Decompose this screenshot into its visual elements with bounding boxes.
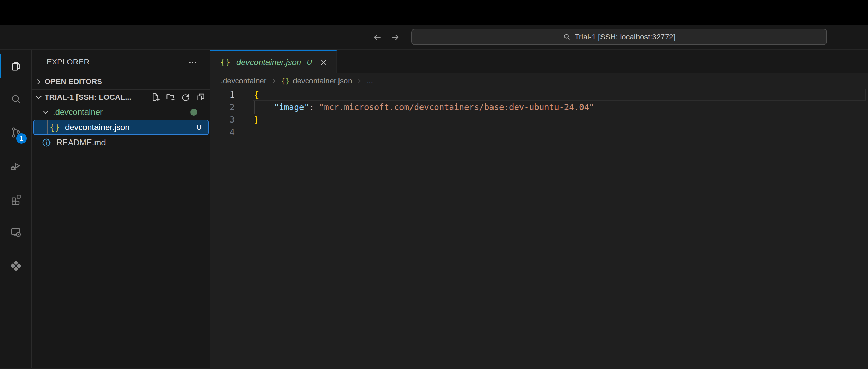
activity-explorer[interactable] xyxy=(0,50,31,83)
tree-item-readme[interactable]: README.md xyxy=(32,135,210,150)
file-label: devcontainer.json xyxy=(65,123,130,132)
code-line-2: 2 "image": "mcr.microsoft.com/devcontain… xyxy=(210,101,868,114)
code-token: : xyxy=(309,102,319,112)
debug-icon xyxy=(10,160,22,172)
line-number: 3 xyxy=(210,114,235,126)
source-control-badge: 1 xyxy=(16,133,27,144)
chevron-right-icon xyxy=(355,77,363,85)
activity-run-debug[interactable] xyxy=(0,149,31,182)
sidebar-title: EXPLORER xyxy=(47,57,90,66)
activity-source-control[interactable]: 1 xyxy=(0,116,31,149)
readme-info-icon xyxy=(41,137,52,148)
dev-containers-icon xyxy=(9,259,22,272)
code-editor[interactable]: 1 { 2 "image": "mcr.microsoft.com/devcon… xyxy=(210,89,868,368)
code-line-1: 1 { xyxy=(210,89,868,101)
code-token: { xyxy=(254,90,259,100)
collapse-all-button[interactable] xyxy=(195,92,206,102)
close-icon[interactable] xyxy=(318,57,329,68)
tab-devcontainer-json[interactable]: {} devcontainer.json U xyxy=(210,50,337,73)
code-token xyxy=(254,102,274,112)
extensions-icon xyxy=(10,193,22,205)
new-folder-button[interactable] xyxy=(165,92,176,102)
json-file-icon: {} xyxy=(281,77,290,85)
breadcrumb-symbol[interactable]: ... xyxy=(367,76,373,86)
tab-git-badge: U xyxy=(307,58,312,67)
navigate-back-button[interactable] xyxy=(371,31,383,44)
breadcrumbs: .devcontainer {} devcontainer.json ... xyxy=(210,73,868,89)
file-tree: .devcontainer {} devcontainer.json U REA… xyxy=(32,105,210,150)
modified-dot-badge xyxy=(190,109,197,116)
activity-search[interactable] xyxy=(0,83,31,116)
chevron-down-icon xyxy=(34,93,45,102)
explorer-sidebar: EXPLORER OPEN EDITORS TRIAL-1 [SSH: LOCA… xyxy=(32,50,210,368)
search-icon xyxy=(10,93,22,106)
line-number: 4 xyxy=(210,126,235,138)
remote-explorer-icon xyxy=(10,226,22,238)
file-label: README.md xyxy=(56,138,106,147)
json-file-icon: {} xyxy=(49,123,60,132)
navigate-forward-button[interactable] xyxy=(389,31,401,44)
views-and-more-actions-button[interactable] xyxy=(187,57,199,68)
git-untracked-badge: U xyxy=(196,123,202,132)
files-icon xyxy=(10,60,22,72)
open-editors-section[interactable]: OPEN EDITORS xyxy=(32,74,210,89)
workspace-section-header[interactable]: TRIAL-1 [SSH: LOCAL... xyxy=(32,89,210,105)
indent-guide xyxy=(47,120,48,134)
line-number: 1 xyxy=(210,89,235,101)
activity-remote-explorer[interactable] xyxy=(0,216,31,249)
command-center-label: Trial-1 [SSH: localhost:32772] xyxy=(575,33,675,42)
open-editors-label: OPEN EDITORS xyxy=(45,77,102,86)
tab-bar: {} devcontainer.json U xyxy=(210,50,868,73)
code-line-3: 3 } xyxy=(210,114,868,126)
workspace-label: TRIAL-1 [SSH: LOCAL... xyxy=(45,93,132,102)
breadcrumb-folder[interactable]: .devcontainer xyxy=(221,76,266,86)
chevron-right-icon xyxy=(270,77,278,85)
macos-top-strip xyxy=(0,0,868,25)
command-center[interactable]: Trial-1 [SSH: localhost:32772] xyxy=(411,29,827,45)
tree-item-devcontainer-folder[interactable]: .devcontainer xyxy=(32,105,210,120)
activity-dev-containers[interactable] xyxy=(0,249,31,282)
code-token: "mcr.microsoft.com/devcontainers/base:de… xyxy=(319,102,594,112)
tab-label: devcontainer.json xyxy=(236,57,301,67)
title-bar: Trial-1 [SSH: localhost:32772] xyxy=(0,25,868,50)
new-file-button[interactable] xyxy=(151,92,161,102)
line-number: 2 xyxy=(210,101,235,114)
refresh-button[interactable] xyxy=(180,92,191,102)
breadcrumb-file[interactable]: devcontainer.json xyxy=(293,76,352,86)
arrow-left-icon xyxy=(372,32,382,43)
arrow-right-icon xyxy=(390,32,400,43)
tree-item-devcontainer-json[interactable]: {} devcontainer.json U xyxy=(33,120,209,135)
search-icon xyxy=(563,33,571,41)
chevron-right-icon xyxy=(34,77,45,86)
json-file-icon: {} xyxy=(220,57,231,67)
activity-bar: 1 xyxy=(0,50,32,368)
folder-label: .devcontainer xyxy=(53,107,103,117)
activity-extensions[interactable] xyxy=(0,182,31,216)
code-line-4: 4 xyxy=(210,126,868,138)
chevron-down-icon xyxy=(41,108,50,117)
vscode-window: Trial-1 [SSH: localhost:32772] xyxy=(0,0,868,369)
code-token: "image" xyxy=(274,102,309,112)
editor-group: {} devcontainer.json U .devcontainer {} … xyxy=(210,50,868,368)
code-token: } xyxy=(254,115,259,125)
